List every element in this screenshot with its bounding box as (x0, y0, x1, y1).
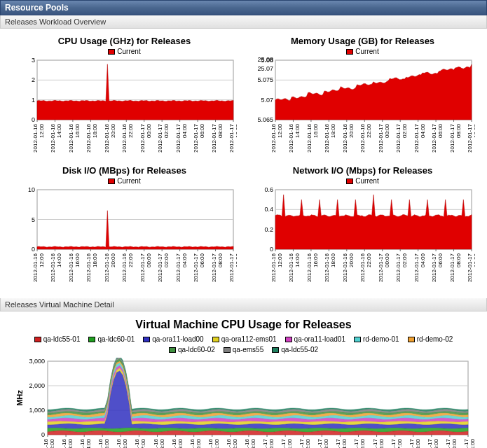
svg-text:2012-01-17: 2012-01-17 (174, 123, 181, 152)
chart-title: Disk I/O (MBps) for Releases (62, 165, 186, 176)
svg-text:12-01-16: 12-01-16 (243, 438, 249, 448)
svg-text:18:00: 18:00 (92, 123, 98, 138)
svg-text:00:00: 00:00 (145, 123, 151, 138)
svg-text:12-01-16: 12-01-16 (116, 438, 122, 448)
svg-text:16:00: 16:00 (74, 123, 80, 138)
svg-text:1,000: 1,000 (29, 407, 45, 414)
svg-text:12-01-17: 12-01-17 (426, 438, 432, 448)
svg-text:14:00: 14:00 (294, 253, 301, 267)
svg-text:2012-01-17: 2012-01-17 (431, 123, 437, 152)
svg-text:00:00: 00:00 (383, 253, 390, 267)
svg-text:1: 1 (31, 97, 34, 104)
chart-cpu: CPU Usage (GHz) for ReleasesCurrent01232… (7, 36, 242, 162)
svg-text:2012-01-17: 2012-01-17 (193, 123, 199, 152)
svg-text:19:00: 19:00 (177, 438, 183, 448)
svg-text:5.075: 5.075 (257, 76, 273, 83)
svg-text:12-01-16: 12-01-16 (170, 438, 177, 448)
vm-legend-item: qa-ldc55-02 (272, 346, 318, 354)
legend-swatch (143, 337, 150, 342)
chart-legend: Current (346, 48, 378, 55)
legend-label: qa-ldc60-01 (97, 335, 135, 343)
svg-text:08:00: 08:00 (217, 123, 223, 138)
svg-text:2012-01-17: 2012-01-17 (413, 123, 419, 152)
legend-label: qa-ldc60-02 (178, 346, 215, 354)
svg-text:12:00: 12:00 (39, 253, 45, 267)
svg-text:2012-01-16: 2012-01-16 (288, 123, 294, 152)
resource-pools-header: Resource Pools (0, 0, 487, 15)
svg-text:2012-01-17: 2012-01-17 (157, 253, 163, 281)
svg-text:2012-01-16: 2012-01-16 (306, 123, 312, 152)
svg-text:20:00: 20:00 (195, 438, 201, 448)
svg-text:06:00: 06:00 (199, 253, 205, 267)
detail-section-header: Releases Virtual Machine Detail (0, 298, 487, 312)
svg-text:04:00: 04:00 (181, 123, 187, 138)
svg-text:00:00: 00:00 (383, 123, 390, 138)
vm-legend-item: rd-demo-02 (408, 335, 453, 343)
svg-text:22:00: 22:00 (128, 253, 134, 267)
svg-text:2012-01-16: 2012-01-16 (85, 123, 92, 152)
svg-text:2012-01-16: 2012-01-16 (85, 253, 92, 281)
svg-text:2012-01-17: 2012-01-17 (413, 253, 419, 281)
svg-text:23:00: 23:00 (249, 438, 256, 448)
svg-text:0: 0 (41, 431, 44, 438)
svg-text:3: 3 (31, 57, 34, 64)
svg-text:2012-01-17: 2012-01-17 (139, 253, 145, 281)
svg-text:18:00: 18:00 (92, 253, 98, 267)
svg-text:2012-01-17: 2012-01-17 (448, 123, 455, 152)
legend-label: Current (117, 48, 140, 55)
legend-label: Current (355, 48, 378, 55)
svg-text:01:00: 01:00 (287, 438, 293, 448)
chart-svg: 5.0655.075.0755.0825.0725.082012-01-1612… (251, 57, 475, 162)
svg-text:02:00: 02:00 (402, 253, 408, 267)
chart-svg: 05102012-01-1612:002012-01-1614:002012-0… (13, 186, 237, 291)
svg-text:14:00: 14:00 (85, 438, 92, 448)
svg-text:2012-01-16: 2012-01-16 (103, 253, 109, 281)
vm-legend-item: rd-demo-01 (354, 335, 399, 343)
legend-label: qa-ems55 (233, 346, 263, 354)
svg-text:10:00: 10:00 (451, 438, 457, 448)
svg-text:2012-01-16: 2012-01-16 (50, 253, 56, 281)
vm-chart-svg: MHz01,0002,0003,00012-01-1612:0012-01-16… (13, 358, 475, 448)
legend-swatch (169, 347, 176, 353)
svg-text:22:00: 22:00 (366, 253, 372, 267)
svg-text:12-01-17: 12-01-17 (299, 438, 305, 448)
svg-text:12-01-17: 12-01-17 (408, 438, 414, 448)
chart-mem: Memory Usage (GB) for ReleasesCurrent5.0… (245, 36, 480, 162)
svg-text:12-01-16: 12-01-16 (61, 438, 67, 448)
svg-text:10:00: 10:00 (235, 253, 237, 267)
svg-text:12:00: 12:00 (39, 123, 45, 138)
chart-title: Network I/O (Mbps) for Releases (293, 165, 432, 176)
svg-text:12-01-16: 12-01-16 (225, 438, 231, 448)
legend-label: qa-ora112-ems01 (221, 335, 277, 343)
vm-legend-item: qa-ldc55-01 (34, 335, 81, 343)
svg-text:2012-01-16: 2012-01-16 (67, 253, 74, 281)
svg-text:2: 2 (31, 76, 34, 83)
legend-swatch (354, 337, 361, 342)
svg-text:2012-01-16: 2012-01-16 (121, 123, 128, 152)
svg-text:5.065: 5.065 (257, 116, 273, 123)
svg-text:22:00: 22:00 (231, 438, 238, 448)
svg-text:05:00: 05:00 (359, 438, 366, 448)
svg-text:MHz: MHz (15, 390, 24, 406)
svg-text:22:00: 22:00 (128, 123, 134, 138)
svg-text:12-01-17: 12-01-17 (317, 438, 323, 448)
legend-swatch (212, 337, 219, 342)
svg-text:12:00: 12:00 (277, 123, 283, 138)
svg-text:08:00: 08:00 (455, 123, 461, 138)
svg-text:17:00: 17:00 (140, 438, 146, 448)
chart-title: CPU Usage (GHz) for Releases (58, 36, 191, 46)
svg-text:04:00: 04:00 (341, 438, 348, 448)
svg-text:2012-01-17: 2012-01-17 (431, 253, 437, 281)
overview-section-header: Releases Workload Overview (0, 15, 487, 29)
svg-text:04:00: 04:00 (419, 253, 425, 267)
chart-legend: Current (346, 177, 378, 185)
svg-text:21:00: 21:00 (213, 438, 219, 448)
svg-text:25.08: 25.08 (257, 57, 273, 63)
svg-text:12-01-16: 12-01-16 (97, 438, 104, 448)
legend-swatch (224, 347, 231, 353)
svg-text:10: 10 (27, 186, 34, 193)
svg-text:12-01-17: 12-01-17 (353, 438, 359, 448)
svg-text:2012-01-17: 2012-01-17 (448, 253, 455, 281)
svg-text:2012-01-17: 2012-01-17 (395, 253, 402, 281)
svg-text:12-01-16: 12-01-16 (79, 438, 85, 448)
